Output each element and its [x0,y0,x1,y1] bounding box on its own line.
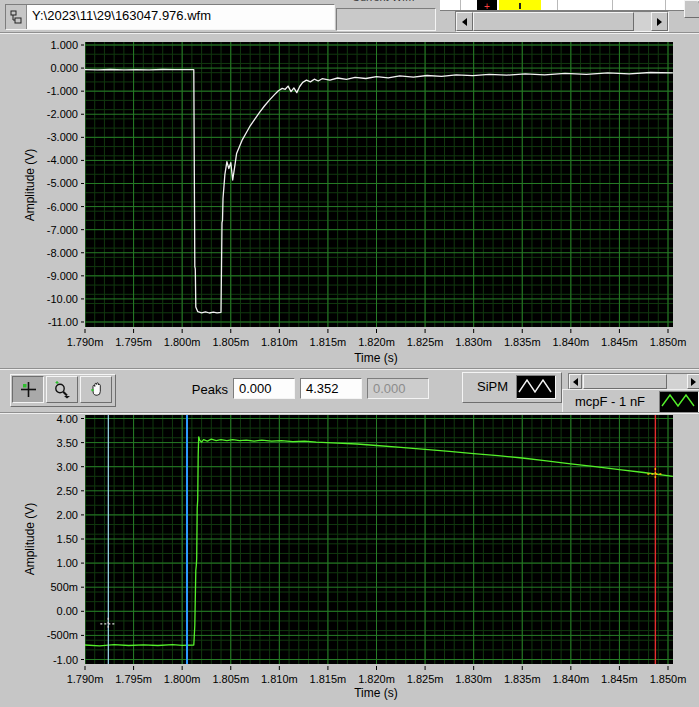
y-tick-label: -8.000 [47,247,78,259]
legend-scrollbar[interactable] [568,373,699,390]
legend-label-sipm: SiPM [477,379,508,394]
y-tick-label: -7.000 [47,224,78,236]
x-tick-label: 1.830m [455,673,492,685]
x-tick-label: 1.815m [310,336,347,348]
corner-button[interactable] [684,0,699,18]
y-tick-label: 3.00 [57,461,78,473]
y-tick-label: -10.00 [47,293,78,305]
scrollbar-thumb[interactable] [473,12,634,31]
mcp-graph-panel: 1.790m1.795m1.800m1.805m1.810m1.815m1.82… [0,412,699,707]
cursor-table-scrollbar[interactable] [455,11,669,32]
current-wfm-label-text: Current Wfm [352,0,440,3]
x-tick-label: 1.835m [504,673,541,685]
legend-item-mcp[interactable]: mcpF - 1 nF [562,389,699,413]
scrollbar-track[interactable] [473,12,651,31]
graph-toolbar: Peaks 0.000 4.352 0.000 SiPM mcpF - 1 nF [0,368,699,412]
cursor-legend-table[interactable]: + [440,0,699,11]
left-arrow-icon [462,18,467,26]
cursor-cross-icon: + [477,2,497,10]
y-tick-label: 0.000 [50,62,78,74]
right-arrow-icon [691,378,696,386]
legend-scrollbar-track[interactable] [582,374,687,389]
y-tick-label: -3.000 [47,131,78,143]
x-tick-label: 1.845m [601,336,638,348]
y-tick-label: 1.00 [57,557,78,569]
peak-value-2: 4.352 [306,381,339,396]
peak-field-2[interactable]: 4.352 [300,378,362,399]
legend-label-mcp: mcpF - 1 nF [575,394,645,409]
path-type-icon [6,5,27,29]
x-tick-label: 1.790m [67,673,104,685]
current-wfm-indicator [336,8,436,31]
current-wfm-label: Current Wfm [352,0,440,5]
y-axis-title: Amplitude (V) [23,459,37,619]
y-tick-label: -4.000 [47,154,78,166]
right-arrow-icon [657,18,662,26]
cursor-tool-button[interactable] [12,376,44,403]
wfm-path-value[interactable]: Y:\2023\11\29\163047.976.wfm [27,5,334,29]
peak-value-1: 0.000 [239,381,272,396]
scroll-right-button[interactable] [651,12,668,31]
peak-field-3: 0.000 [367,378,429,399]
x-tick-label: 1.805m [212,673,249,685]
plot-background[interactable] [85,42,673,327]
pan-tool-button[interactable] [80,376,112,403]
cursor-active-cell[interactable] [499,0,541,10]
x-tick-label: 1.840m [552,673,589,685]
graph-tool-palette [10,374,116,407]
y-tick-label: 1.50 [57,533,78,545]
waveform-viewer-window: Y:\2023\11\29\163047.976.wfm Current Wfm… [0,0,699,707]
path-glyph-icon [10,10,22,24]
x-tick-label: 1.850m [650,673,687,685]
x-tick-label: 1.820m [358,336,395,348]
scroll-left-button[interactable] [456,12,473,31]
x-tick-label: 1.790m [67,336,104,348]
x-tick-label: 1.810m [261,336,298,348]
legend-scroll-right-button[interactable] [687,374,699,389]
x-tick-label: 1.795m [115,336,152,348]
x-tick-label: 1.830m [455,336,492,348]
y-tick-label: -5.000 [47,177,78,189]
crosshair-icon [20,381,37,398]
legend-item-sipm[interactable]: SiPM [462,372,562,403]
x-tick-label: 1.845m [601,673,638,685]
x-tick-label: 1.805m [212,336,249,348]
sipm-graph-panel: 1.790m1.795m1.800m1.805m1.810m1.815m1.82… [0,33,699,368]
cursor-color-cell[interactable]: + [477,0,497,10]
x-tick-label: 1.840m [552,336,589,348]
cursor-style-icon [519,3,521,9]
peak-field-1[interactable]: 0.000 [233,378,295,399]
y-tick-label: -1.00 [53,654,78,666]
x-tick-label: 1.820m [358,673,395,685]
waveform-icon-sipm[interactable] [516,375,556,399]
hand-icon [88,381,105,398]
table-divider [612,0,613,10]
x-axis-title: Time (s) [276,686,476,700]
mcp-chart[interactable]: 1.790m1.795m1.800m1.805m1.810m1.815m1.82… [0,412,699,707]
table-divider [665,0,666,10]
y-tick-label: 1.000 [50,39,78,51]
zoom-tool-button[interactable] [46,376,78,403]
legend-scroll-left-button[interactable] [569,374,582,389]
y-tick-label: 500m [50,581,78,593]
waveform-icon-mcp[interactable] [659,391,699,413]
y-tick-label: -6.000 [47,201,78,213]
left-arrow-icon [573,378,578,386]
x-tick-label: 1.825m [407,336,444,348]
x-tick-label: 1.810m [261,673,298,685]
wfm-path-control[interactable]: Y:\2023\11\29\163047.976.wfm [5,4,335,30]
top-bar: Y:\2023\11\29\163047.976.wfm Current Wfm… [0,0,699,33]
y-axis-title: Amplitude (V) [23,105,37,265]
y-tick-label: 2.50 [57,485,78,497]
sipm-chart[interactable]: 1.790m1.795m1.800m1.805m1.810m1.815m1.82… [0,33,699,368]
x-tick-label: 1.800m [164,336,201,348]
y-tick-label: 0.00 [57,605,78,617]
peaks-label: Peaks [160,382,228,397]
x-tick-label: 1.835m [504,336,541,348]
y-tick-label: 3.50 [57,437,78,449]
x-tick-label: 1.825m [407,673,444,685]
y-tick-label: -11.00 [48,316,78,328]
y-tick-label: -500m [47,629,78,641]
y-tick-label: 4.00 [57,413,78,425]
legend-scrollbar-thumb[interactable] [583,374,667,389]
